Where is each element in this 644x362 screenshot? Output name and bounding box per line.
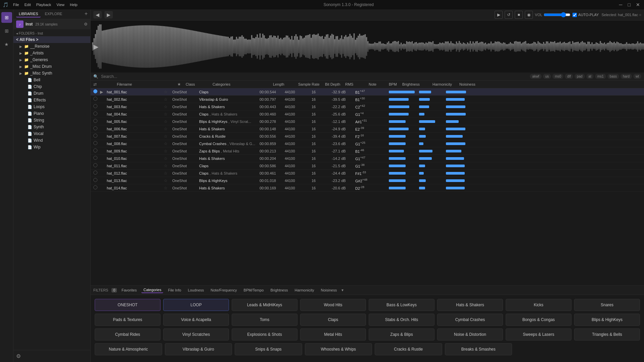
- category-item-snares[interactable]: Snares: [574, 299, 640, 311]
- folder-item-bell[interactable]: ▶ 📄 Bell: [13, 77, 90, 83]
- col-header-noisiness[interactable]: Noisiness: [459, 82, 486, 86]
- folder-item-wip[interactable]: ▶ 📄 Wip: [13, 144, 90, 150]
- row-radio[interactable]: [93, 111, 100, 117]
- back-button[interactable]: ◀: [93, 11, 102, 18]
- close-button[interactable]: ✕: [635, 2, 641, 7]
- tag-wt[interactable]: wt: [633, 74, 641, 79]
- folder-item-vocal[interactable]: ▶ 📄 Vocal: [13, 130, 90, 137]
- filter-chevron-icon[interactable]: ▾: [341, 288, 343, 292]
- category-item-bongos---congas[interactable]: Bongos & Congas: [506, 314, 571, 326]
- col-header-categories[interactable]: Categories: [213, 82, 273, 86]
- table-row[interactable]: hat_005.flac ☆ OneShot Blips & HighKeys …: [91, 118, 644, 125]
- folder-item-piano[interactable]: ▶ 📄 Piano: [13, 110, 90, 117]
- category-item-loop[interactable]: LOOP: [163, 299, 229, 311]
- col-header-brightness[interactable]: Brightness: [402, 82, 432, 86]
- forward-button[interactable]: ▶: [104, 11, 113, 18]
- settings-icon[interactable]: ⚙: [16, 353, 21, 359]
- speaker-button[interactable]: ◉: [525, 11, 533, 19]
- row-play-button[interactable]: ▶: [100, 90, 107, 94]
- table-row[interactable]: hat_003.flac ☆ OneShot Hats & Shakers 00…: [91, 103, 644, 110]
- tab-libraries[interactable]: LIBRARIES: [16, 11, 41, 17]
- waveform-play-button[interactable]: ▶: [93, 43, 98, 51]
- minimize-button[interactable]: ─: [618, 2, 624, 7]
- row-star[interactable]: ☆: [164, 156, 172, 161]
- row-radio[interactable]: [93, 163, 100, 168]
- col-header-bpm[interactable]: BPM: [389, 82, 402, 86]
- category-item-pads---textures[interactable]: Pads & Textures: [95, 314, 160, 326]
- row-star[interactable]: ☆: [164, 134, 172, 139]
- row-star[interactable]: ☆: [164, 119, 172, 124]
- category-item-oneshot[interactable]: ONESHOT: [95, 299, 160, 311]
- tag-dlf[interactable]: dlf: [565, 74, 573, 79]
- menu-file[interactable]: File: [11, 2, 21, 7]
- category-item-vibraslap---guiro[interactable]: Vibraslap & Guiro: [165, 343, 232, 355]
- filter-tab-loudness[interactable]: Loudness: [186, 287, 206, 293]
- table-row[interactable]: hat_008.flac ☆ OneShot Cymbal Crashes , …: [91, 140, 644, 147]
- col-header-harmonicity[interactable]: Harmonicity: [432, 82, 459, 86]
- play-button[interactable]: ▶: [495, 11, 503, 19]
- category-item-stabs---orch--hits[interactable]: Stabs & Orch. Hits: [369, 314, 434, 326]
- folder-item-effects[interactable]: ▶ 📄 Effects: [13, 97, 90, 103]
- category-item-leads---midhikeys[interactable]: Leads & MidHiKeys: [232, 299, 297, 311]
- category-item-claps[interactable]: Claps: [300, 314, 366, 326]
- row-star[interactable]: ☆: [164, 112, 172, 117]
- row-star[interactable]: ☆: [164, 178, 172, 183]
- category-item-hats---shakers[interactable]: Hats & Shakers: [437, 299, 503, 311]
- table-row[interactable]: hat_010.flac ☆ OneShot Hats & Shakers 00…: [91, 155, 644, 162]
- category-item-bass---lowkeys[interactable]: Bass & LowKeys: [369, 299, 434, 311]
- folder-item-misc-drum[interactable]: ▶ 📁 _Misc Drum: [13, 63, 90, 70]
- category-item-explosions---shots[interactable]: Explosions & Shots: [232, 328, 297, 341]
- category-item-cymbal-rides[interactable]: Cymbal Rides: [95, 328, 160, 341]
- folder-item-loops[interactable]: ▶ 📄 Loops: [13, 103, 90, 110]
- row-radio[interactable]: [93, 156, 100, 161]
- menu-playback[interactable]: Playback: [34, 2, 53, 7]
- category-item-toms[interactable]: Toms: [232, 314, 297, 326]
- menu-help[interactable]: Help: [68, 2, 80, 7]
- menu-edit[interactable]: Edit: [22, 2, 33, 7]
- filter-tab-fileinfo[interactable]: File Info: [166, 287, 183, 293]
- library-row[interactable]: ♪ Inst 29.1K samples ⚙: [13, 19, 90, 29]
- category-item-cymbal-crashes[interactable]: Cymbal Crashes: [437, 314, 503, 326]
- autoplay-control[interactable]: AUTO-PLAY: [572, 13, 599, 17]
- col-header-length[interactable]: Length: [273, 82, 298, 86]
- folder-item-string[interactable]: ▶ 📄 String: [13, 117, 90, 124]
- folder-item-renoise[interactable]: ▶ 📁 __Renoise: [13, 43, 90, 50]
- filter-tab-note[interactable]: Note/Frequency: [209, 287, 239, 293]
- search-input[interactable]: [101, 74, 527, 79]
- tag-pad[interactable]: pad: [574, 74, 585, 79]
- row-star[interactable]: ☆: [164, 97, 172, 102]
- stop-button[interactable]: ■: [515, 11, 523, 19]
- category-item-zaps---blips[interactable]: Zaps & Blips: [369, 328, 434, 341]
- row-radio[interactable]: [93, 134, 100, 139]
- category-item-metal-hits[interactable]: Metal Hits: [300, 328, 366, 341]
- col-header-class[interactable]: Class: [186, 82, 213, 86]
- menu-view[interactable]: View: [54, 2, 66, 7]
- category-item-wood-hits[interactable]: Wood Hits: [300, 299, 366, 311]
- row-star[interactable]: ☆: [164, 104, 172, 109]
- row-star[interactable]: ☆: [164, 186, 172, 190]
- table-row[interactable]: hat_011.flac ☆ OneShot Claps 00:00.586 4…: [91, 162, 644, 170]
- table-row[interactable]: hat_012.flac ☆ OneShot Claps , Hats & Sh…: [91, 170, 644, 177]
- sidebar-grid-icon[interactable]: ⊞: [1, 26, 12, 36]
- folder-item-wind[interactable]: ▶ 📄 Wind: [13, 137, 90, 144]
- tab-explore[interactable]: EXPLORE: [42, 11, 65, 17]
- row-star[interactable]: ☆: [164, 164, 172, 168]
- tag-akwf[interactable]: akwf: [530, 74, 542, 79]
- row-radio[interactable]: [93, 97, 100, 102]
- table-row[interactable]: hat_004.flac ☆ OneShot Claps , Hats & Sh…: [91, 110, 644, 118]
- row-radio[interactable]: [93, 178, 100, 183]
- category-item-cracks---rustle[interactable]: Cracks & Rustle: [375, 343, 442, 355]
- folder-item-drum[interactable]: ▶ 📄 Drum: [13, 90, 90, 97]
- maximize-button[interactable]: □: [627, 2, 632, 7]
- category-item-triangles---bells[interactable]: Triangles & Bells: [574, 328, 640, 341]
- table-row[interactable]: hat_006.flac ☆ OneShot Hats & Shakers 00…: [91, 125, 644, 133]
- row-star[interactable]: ☆: [164, 171, 172, 176]
- add-library-button[interactable]: +: [85, 11, 88, 17]
- tag-ms1[interactable]: ms1: [595, 74, 606, 79]
- row-radio[interactable]: [93, 104, 100, 109]
- row-star[interactable]: ☆: [164, 149, 172, 153]
- row-radio[interactable]: [93, 126, 100, 131]
- sidebar-favorites-icon[interactable]: ★: [1, 39, 12, 50]
- col-header-bitdepth[interactable]: Bit Depth: [325, 82, 345, 86]
- table-row[interactable]: hat_009.flac ☆ OneShot Zaps & Blips , Me…: [91, 147, 644, 155]
